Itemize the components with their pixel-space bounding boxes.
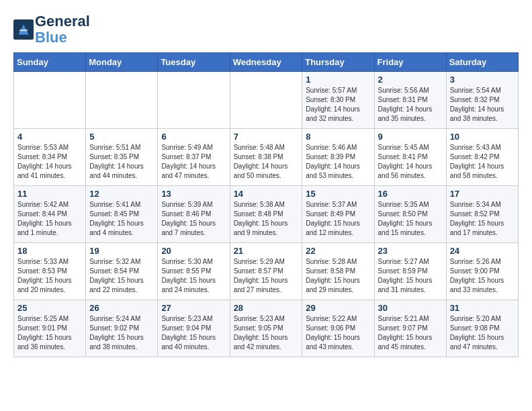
logo-icon [13,19,34,40]
day-number: 16 [378,189,443,199]
day-number: 26 [89,303,154,313]
weekday-header: Sunday [14,53,86,72]
calendar-cell: 9Sunrise: 5:45 AMSunset: 8:41 PMDaylight… [374,129,446,186]
day-detail: Sunrise: 5:54 AMSunset: 8:32 PMDaylight:… [450,86,515,124]
logo-text: GeneralBlue [35,13,90,46]
day-detail: Sunrise: 5:42 AMSunset: 8:44 PMDaylight:… [17,200,82,238]
day-detail: Sunrise: 5:53 AMSunset: 8:34 PMDaylight:… [17,143,82,181]
day-number: 1 [306,75,370,85]
day-number: 19 [89,246,154,256]
calendar-cell: 20Sunrise: 5:30 AMSunset: 8:55 PMDayligh… [158,243,230,300]
calendar-cell: 12Sunrise: 5:41 AMSunset: 8:45 PMDayligh… [86,186,158,243]
weekday-header: Tuesday [158,53,230,72]
calendar-cell [158,72,230,129]
calendar-table: SundayMondayTuesdayWednesdayThursdayFrid… [13,52,519,357]
weekday-header: Wednesday [230,53,302,72]
calendar-week-row: 11Sunrise: 5:42 AMSunset: 8:44 PMDayligh… [14,186,519,243]
calendar-cell: 14Sunrise: 5:38 AMSunset: 8:48 PMDayligh… [230,186,302,243]
calendar-cell [14,72,86,129]
weekday-header: Thursday [302,53,374,72]
calendar-cell: 7Sunrise: 5:48 AMSunset: 8:38 PMDaylight… [230,129,302,186]
day-detail: Sunrise: 5:21 AMSunset: 9:07 PMDaylight:… [378,314,443,352]
calendar-cell: 30Sunrise: 5:21 AMSunset: 9:07 PMDayligh… [374,300,446,357]
day-detail: Sunrise: 5:22 AMSunset: 9:06 PMDaylight:… [306,314,370,352]
day-number: 21 [234,246,299,256]
day-number: 24 [450,246,515,256]
calendar-cell [230,72,302,129]
day-number: 3 [450,75,515,85]
day-number: 9 [378,132,443,142]
calendar-week-row: 18Sunrise: 5:33 AMSunset: 8:53 PMDayligh… [14,243,519,300]
day-detail: Sunrise: 5:33 AMSunset: 8:53 PMDaylight:… [17,257,82,295]
day-detail: Sunrise: 5:25 AMSunset: 9:01 PMDaylight:… [17,314,82,352]
day-number: 27 [161,303,226,313]
day-detail: Sunrise: 5:57 AMSunset: 8:30 PMDaylight:… [306,86,370,124]
day-detail: Sunrise: 5:51 AMSunset: 8:35 PMDaylight:… [89,143,154,181]
calendar-cell: 2Sunrise: 5:56 AMSunset: 8:31 PMDaylight… [374,72,446,129]
logo: GeneralBlue [13,13,90,46]
calendar-cell: 3Sunrise: 5:54 AMSunset: 8:32 PMDaylight… [446,72,518,129]
calendar-cell: 5Sunrise: 5:51 AMSunset: 8:35 PMDaylight… [86,129,158,186]
calendar-cell: 8Sunrise: 5:46 AMSunset: 8:39 PMDaylight… [302,129,374,186]
day-number: 22 [306,246,370,256]
calendar-cell: 19Sunrise: 5:32 AMSunset: 8:54 PMDayligh… [86,243,158,300]
calendar-cell: 15Sunrise: 5:37 AMSunset: 8:49 PMDayligh… [302,186,374,243]
day-number: 29 [306,303,370,313]
day-detail: Sunrise: 5:29 AMSunset: 8:57 PMDaylight:… [234,257,299,295]
calendar-cell: 1Sunrise: 5:57 AMSunset: 8:30 PMDaylight… [302,72,374,129]
day-detail: Sunrise: 5:49 AMSunset: 8:37 PMDaylight:… [161,143,226,181]
day-number: 13 [161,189,226,199]
day-number: 30 [378,303,443,313]
day-detail: Sunrise: 5:28 AMSunset: 8:58 PMDaylight:… [306,257,370,295]
day-detail: Sunrise: 5:56 AMSunset: 8:31 PMDaylight:… [378,86,443,124]
day-detail: Sunrise: 5:24 AMSunset: 9:02 PMDaylight:… [89,314,154,352]
day-detail: Sunrise: 5:45 AMSunset: 8:41 PMDaylight:… [378,143,443,181]
day-number: 15 [306,189,370,199]
day-number: 5 [89,132,154,142]
day-detail: Sunrise: 5:46 AMSunset: 8:39 PMDaylight:… [306,143,370,181]
calendar-cell: 27Sunrise: 5:23 AMSunset: 9:04 PMDayligh… [158,300,230,357]
day-detail: Sunrise: 5:38 AMSunset: 8:48 PMDaylight:… [234,200,299,238]
calendar-cell: 13Sunrise: 5:39 AMSunset: 8:46 PMDayligh… [158,186,230,243]
calendar-cell: 25Sunrise: 5:25 AMSunset: 9:01 PMDayligh… [14,300,86,357]
calendar-cell: 22Sunrise: 5:28 AMSunset: 8:58 PMDayligh… [302,243,374,300]
calendar-cell: 17Sunrise: 5:34 AMSunset: 8:52 PMDayligh… [446,186,518,243]
day-number: 7 [234,132,299,142]
day-number: 18 [17,246,82,256]
day-number: 17 [450,189,515,199]
calendar-week-row: 1Sunrise: 5:57 AMSunset: 8:30 PMDaylight… [14,72,519,129]
calendar-cell: 16Sunrise: 5:35 AMSunset: 8:50 PMDayligh… [374,186,446,243]
day-number: 25 [17,303,82,313]
weekday-header: Saturday [446,53,518,72]
weekday-header-row: SundayMondayTuesdayWednesdayThursdayFrid… [14,53,519,72]
day-detail: Sunrise: 5:23 AMSunset: 9:04 PMDaylight:… [161,314,226,352]
calendar-cell: 11Sunrise: 5:42 AMSunset: 8:44 PMDayligh… [14,186,86,243]
day-detail: Sunrise: 5:37 AMSunset: 8:49 PMDaylight:… [306,200,370,238]
weekday-header: Monday [86,53,158,72]
day-number: 20 [161,246,226,256]
day-number: 2 [378,75,443,85]
day-number: 14 [234,189,299,199]
calendar-cell: 10Sunrise: 5:43 AMSunset: 8:42 PMDayligh… [446,129,518,186]
calendar-cell: 24Sunrise: 5:26 AMSunset: 9:00 PMDayligh… [446,243,518,300]
calendar-cell: 28Sunrise: 5:23 AMSunset: 9:05 PMDayligh… [230,300,302,357]
calendar-cell: 23Sunrise: 5:27 AMSunset: 8:59 PMDayligh… [374,243,446,300]
day-number: 31 [450,303,515,313]
day-detail: Sunrise: 5:20 AMSunset: 9:08 PMDaylight:… [450,314,515,352]
calendar-cell: 29Sunrise: 5:22 AMSunset: 9:06 PMDayligh… [302,300,374,357]
calendar-cell: 26Sunrise: 5:24 AMSunset: 9:02 PMDayligh… [86,300,158,357]
day-number: 8 [306,132,370,142]
calendar-week-row: 25Sunrise: 5:25 AMSunset: 9:01 PMDayligh… [14,300,519,357]
day-detail: Sunrise: 5:39 AMSunset: 8:46 PMDaylight:… [161,200,226,238]
day-detail: Sunrise: 5:34 AMSunset: 8:52 PMDaylight:… [450,200,515,238]
day-detail: Sunrise: 5:27 AMSunset: 8:59 PMDaylight:… [378,257,443,295]
day-number: 12 [89,189,154,199]
weekday-header: Friday [374,53,446,72]
day-detail: Sunrise: 5:26 AMSunset: 9:00 PMDaylight:… [450,257,515,295]
day-detail: Sunrise: 5:32 AMSunset: 8:54 PMDaylight:… [89,257,154,295]
day-number: 4 [17,132,82,142]
calendar-cell: 18Sunrise: 5:33 AMSunset: 8:53 PMDayligh… [14,243,86,300]
calendar-cell: 6Sunrise: 5:49 AMSunset: 8:37 PMDaylight… [158,129,230,186]
page-header: GeneralBlue [13,13,519,46]
calendar-week-row: 4Sunrise: 5:53 AMSunset: 8:34 PMDaylight… [14,129,519,186]
